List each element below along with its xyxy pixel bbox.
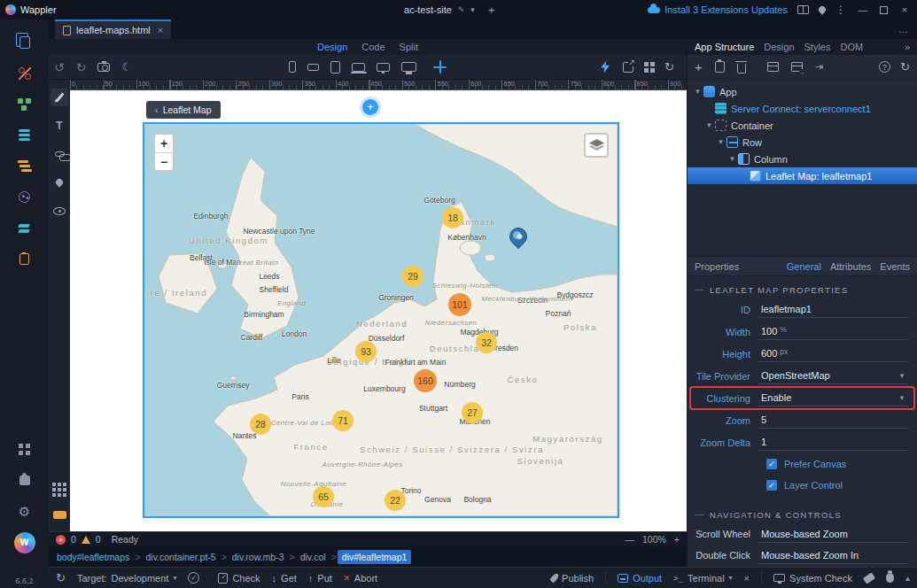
grid-tool-icon[interactable]: [51, 481, 68, 499]
text-tool-icon[interactable]: T: [51, 117, 68, 135]
edit-site-icon[interactable]: ✎: [458, 5, 465, 14]
tab-close-icon[interactable]: ×: [158, 25, 163, 35]
view-mode-tab[interactable]: Design: [317, 42, 347, 52]
export-icon[interactable]: ⇥: [815, 61, 823, 73]
fit-view-icon[interactable]: [433, 60, 447, 74]
theme-icon[interactable]: [817, 4, 827, 14]
checkbox-checked-icon[interactable]: ✓: [766, 480, 777, 491]
app-connect-bolt-icon[interactable]: [601, 61, 610, 74]
styles-icon[interactable]: [0, 182, 49, 213]
view-mode-tab[interactable]: Split: [400, 42, 418, 52]
get-button[interactable]: ↓ Get: [272, 573, 297, 584]
right-panel-tab[interactable]: DOM: [840, 42, 863, 52]
element-back-button[interactable]: ‹ Leaflet Map: [146, 101, 221, 119]
zoom-out-button[interactable]: −: [155, 152, 173, 170]
screenshot-icon[interactable]: [97, 63, 110, 72]
sync-icon[interactable]: ↻: [56, 571, 66, 584]
clear-icon[interactable]: [863, 572, 875, 584]
tree-item[interactable]: ▼ Column: [688, 151, 917, 167]
install-updates-link[interactable]: Install 3 Extensions Updates: [648, 4, 788, 15]
breadcrumb-item[interactable]: div#leafletmap1: [338, 550, 412, 564]
device-desktop-icon[interactable]: [401, 62, 416, 72]
chevron-down-icon[interactable]: ▼: [704, 121, 714, 129]
site-dropdown-icon[interactable]: ▾: [470, 5, 475, 14]
add-component-icon[interactable]: +: [695, 60, 703, 74]
snippets-icon[interactable]: [0, 244, 49, 275]
device-phone-landscape-icon[interactable]: [307, 64, 319, 71]
canvas-zoom-in-button[interactable]: +: [674, 534, 680, 545]
chevron-down-icon[interactable]: ▼: [716, 138, 726, 146]
check-button[interactable]: Check: [218, 573, 260, 584]
cluster-marker[interactable]: 160: [414, 369, 437, 392]
system-check-button[interactable]: System Check: [773, 573, 852, 584]
right-panel-tab[interactable]: Design: [764, 42, 794, 52]
new-project-button[interactable]: +: [488, 4, 495, 17]
properties-tab[interactable]: Events: [880, 261, 910, 272]
cluster-marker[interactable]: 101: [448, 293, 471, 316]
ink-drop-icon[interactable]: [51, 174, 68, 191]
checkbox-checked-icon[interactable]: ✓: [766, 459, 777, 469]
right-panel-tab[interactable]: App Structure: [695, 42, 754, 52]
close-button[interactable]: ×: [898, 4, 912, 15]
property-input[interactable]: 5 ▼: [758, 412, 908, 429]
error-icon[interactable]: ×: [56, 535, 66, 545]
property-input[interactable]: 600 px ▼: [758, 345, 908, 362]
debug-icon[interactable]: [886, 573, 894, 583]
cluster-marker[interactable]: 28: [250, 414, 271, 435]
layers-control[interactable]: [584, 133, 609, 158]
zoom-in-button[interactable]: +: [155, 135, 173, 152]
breadcrumb-item[interactable]: div.row.mb-3: [228, 550, 289, 564]
edit-pencil-icon[interactable]: [51, 89, 68, 106]
maximize-button[interactable]: [880, 6, 888, 14]
properties-tab[interactable]: General: [787, 261, 821, 272]
device-phone-icon[interactable]: [289, 61, 296, 73]
tree-item[interactable]: ▼ Server Connect: serverconnect1: [688, 100, 917, 117]
target-check-icon[interactable]: ✓: [188, 572, 199, 584]
minimize-button[interactable]: —: [856, 4, 870, 15]
breadcrumb-item[interactable]: div.col: [296, 550, 330, 564]
property-input[interactable]: 100 % ▼: [758, 323, 908, 340]
close-panel-icon[interactable]: ×: [744, 573, 750, 584]
abort-button[interactable]: × Abort: [344, 572, 377, 584]
help-icon[interactable]: ?: [879, 61, 890, 73]
output-tab[interactable]: Output: [618, 573, 662, 584]
breadcrumb-item[interactable]: body#leafletmaps: [52, 550, 134, 564]
frameworks-icon[interactable]: [0, 213, 49, 244]
device-monitor-icon[interactable]: [377, 63, 390, 72]
publish-button[interactable]: Publish: [552, 573, 594, 584]
undo-icon[interactable]: ↺: [54, 60, 65, 74]
table-move-icon[interactable]: [791, 62, 803, 72]
components-icon[interactable]: [0, 89, 49, 120]
target-selector[interactable]: Target: Development ▾: [77, 573, 176, 584]
device-laptop-icon[interactable]: [352, 63, 365, 72]
cluster-marker[interactable]: 32: [476, 332, 497, 353]
redo-icon[interactable]: ↻: [76, 60, 87, 74]
panel-indicator[interactable]: [53, 511, 66, 519]
chevron-down-icon[interactable]: ▼: [693, 88, 703, 96]
more-menu-icon[interactable]: ⋮: [835, 4, 846, 16]
property-input[interactable]: leafletmap1 ▼: [758, 301, 908, 318]
property-input[interactable]: Enable ▼: [758, 390, 908, 406]
leaflet-map-element[interactable]: United Kingdom Éire / Ireland France Ned…: [144, 124, 618, 516]
nav-property-input[interactable]: Mouse-based Zoom: [758, 526, 908, 543]
open-in-browser-icon[interactable]: [623, 62, 633, 73]
properties-tab[interactable]: Attributes: [830, 261, 871, 272]
panel-tabs-overflow-icon[interactable]: »: [905, 42, 910, 52]
refresh-icon[interactable]: ↻: [664, 60, 674, 74]
cluster-marker[interactable]: 65: [313, 486, 334, 507]
property-input[interactable]: 1 ▼: [758, 434, 908, 451]
tab-overflow-icon[interactable]: …: [898, 24, 908, 35]
table-add-icon[interactable]: [767, 62, 779, 72]
cluster-marker[interactable]: 22: [385, 490, 406, 511]
extensions-icon[interactable]: [0, 465, 49, 496]
paste-icon[interactable]: [715, 61, 725, 73]
breadcrumb-item[interactable]: div.container.pt-5: [141, 550, 220, 564]
tree-item[interactable]: ▼ Row: [688, 134, 917, 151]
settings-gear-icon[interactable]: ⚙: [0, 496, 49, 527]
collapse-panel-icon[interactable]: ▴: [905, 573, 910, 583]
property-checkbox[interactable]: ✓ Layer Control: [688, 475, 917, 496]
apps-icon[interactable]: [0, 434, 49, 465]
pages-icon[interactable]: [0, 27, 49, 58]
cluster-marker[interactable]: 18: [442, 207, 463, 228]
tree-item[interactable]: ▼ App: [688, 83, 917, 100]
